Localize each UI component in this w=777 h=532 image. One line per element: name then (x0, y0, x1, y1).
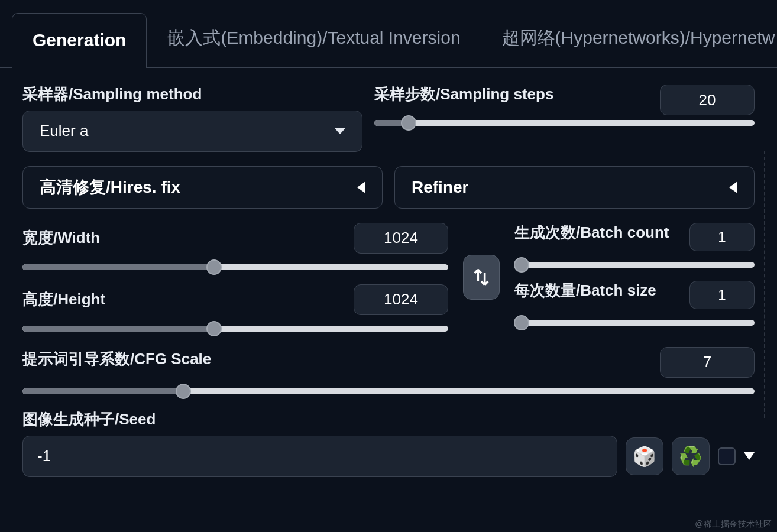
swap-arrows-icon (471, 267, 491, 287)
panel-divider (764, 151, 765, 418)
seed-input[interactable] (22, 436, 617, 477)
batch-size-label: 每次数量/Batch size (514, 281, 679, 301)
tab-generation[interactable]: Generation (12, 13, 147, 68)
batch-count-slider[interactable] (514, 262, 755, 268)
sampling-method-select[interactable]: Euler a (22, 111, 362, 152)
height-slider[interactable] (22, 326, 448, 332)
height-input[interactable]: 1024 (354, 284, 448, 315)
triangle-left-icon (729, 181, 737, 193)
sampling-method-label: 采样器/Sampling method (22, 85, 362, 105)
batch-count-input[interactable]: 1 (689, 223, 755, 251)
recycle-icon: ♻️ (679, 445, 702, 468)
cfg-scale-input[interactable]: 7 (660, 347, 755, 378)
tab-bar: Generation 嵌入式(Embedding)/Textual Invers… (0, 0, 777, 68)
chevron-down-icon (335, 128, 345, 134)
sampling-steps-slider[interactable] (374, 120, 755, 126)
triangle-left-icon (357, 181, 365, 193)
watermark-text: @稀土掘金技术社区 (695, 519, 772, 530)
width-label: 宽度/Width (22, 228, 100, 248)
refiner-accordion[interactable]: Refiner (394, 166, 755, 209)
hires-fix-accordion[interactable]: 高清修复/Hires. fix (22, 166, 383, 209)
swap-dimensions-button[interactable] (463, 255, 500, 300)
seed-random-button[interactable]: 🎲 (626, 437, 663, 475)
batch-size-input[interactable]: 1 (689, 281, 755, 309)
seed-extra-checkbox[interactable] (718, 447, 736, 465)
cfg-scale-label: 提示词引导系数/CFG Scale (22, 349, 211, 369)
sampling-steps-input[interactable]: 20 (660, 85, 755, 115)
tab-hypernetworks[interactable]: 超网络(Hypernetworks)/Hypernetw (481, 9, 777, 68)
width-input[interactable]: 1024 (354, 223, 448, 254)
cfg-scale-slider[interactable] (22, 388, 755, 394)
hires-fix-label: 高清修复/Hires. fix (40, 176, 180, 199)
seed-extra-toggle[interactable] (744, 452, 755, 460)
sampling-method-value: Euler a (40, 122, 88, 140)
tab-textual-inversion[interactable]: 嵌入式(Embedding)/Textual Inversion (147, 9, 481, 68)
sampling-steps-label: 采样步数/Sampling steps (374, 85, 553, 105)
seed-reuse-button[interactable]: ♻️ (672, 437, 710, 475)
batch-size-slider[interactable] (514, 320, 755, 326)
generation-panel: 采样器/Sampling method Euler a 采样步数/Samplin… (0, 68, 777, 489)
refiner-label: Refiner (412, 178, 468, 197)
seed-label: 图像生成种子/Seed (22, 410, 755, 430)
batch-count-label: 生成次数/Batch count (514, 223, 679, 243)
height-label: 高度/Height (22, 290, 105, 310)
dice-icon: 🎲 (633, 445, 656, 468)
width-slider[interactable] (22, 264, 448, 270)
